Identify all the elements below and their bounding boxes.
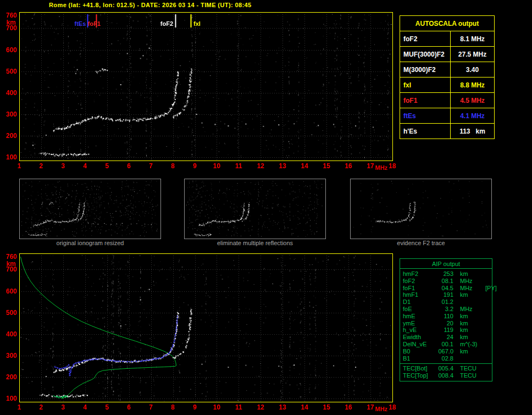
thumbnail-f2-trace — [350, 179, 492, 239]
aip-param: hmF2 — [403, 270, 435, 278]
thumbnail-f2-canvas — [351, 179, 490, 237]
aip-row: TEC[Top]008.4TECU — [400, 372, 492, 379]
table-row: foF14.5 MHz — [400, 93, 495, 108]
aip-value — [484, 372, 489, 379]
thumbnail-original-ionogram — [19, 179, 161, 239]
aip-value — [484, 298, 489, 306]
aip-param: hmF1 — [403, 291, 435, 298]
aip-value: 02.8 — [435, 355, 453, 362]
aip-row: h_vE119km — [400, 327, 492, 334]
aip-value: MHz — [453, 306, 484, 313]
aip-value — [484, 320, 489, 327]
page-title: Rome (lat: +41.8, lon: 012.5) - DATE: 20… — [49, 2, 252, 8]
aip-value: 01.2 — [435, 298, 453, 306]
aip-row: DelN_vE00.1m^(-3) — [400, 341, 492, 348]
autoscala-title: AUTOSCALA output — [400, 16, 495, 31]
aip-param: h_vE — [403, 327, 435, 334]
table-row: h'Es113 km — [400, 124, 495, 139]
main-ionogram-chart — [0, 9, 398, 174]
thumbnail-eliminate-reflections — [184, 179, 326, 239]
param-label: h'Es — [400, 124, 451, 139]
aip-value — [484, 313, 489, 320]
table-row: MUF(3000)F227.5 MHz — [400, 47, 495, 62]
aip-row: B102.8 — [400, 355, 492, 362]
autoscala-table: AUTOSCALA output foF28.1 MHzMUF(3000)F22… — [400, 15, 495, 139]
param-label: foF2 — [400, 31, 451, 47]
aip-param: Ewidth — [403, 334, 435, 341]
param-value: 4.5 MHz — [451, 93, 495, 108]
aip-value: km — [453, 320, 484, 327]
autoscala-screen: { "header": { "title": "Rome (lat: +41.8… — [0, 0, 532, 415]
aip-ionogram-chart — [0, 250, 398, 415]
param-value: 4.1 MHz — [451, 108, 495, 124]
aip-tec-rows: TEC[Bot]005.4TECUTEC[Top]008.4TECU — [400, 363, 492, 381]
aip-value: 20 — [435, 320, 453, 327]
thumbnail-caption: evidence F2 trace — [350, 240, 492, 246]
aip-value — [484, 355, 489, 362]
aip-value: km — [453, 327, 484, 334]
aip-value: 067.0 — [435, 348, 453, 355]
thumbnail-eliminate-canvas — [185, 179, 324, 237]
aip-rows: hmF2253kmfoF208.1MHzfoF104.5MHz[PY]hmF11… — [400, 270, 492, 362]
table-row: foF28.1 MHz — [400, 31, 495, 47]
aip-value — [484, 327, 489, 334]
aip-value: 110 — [435, 313, 453, 320]
aip-value: TECU — [453, 365, 484, 372]
param-label: ftEs — [400, 108, 451, 124]
aip-value: MHz — [453, 278, 484, 285]
aip-param: B1 — [403, 355, 435, 362]
aip-value: 24 — [435, 334, 453, 341]
aip-param: hmE — [403, 313, 435, 320]
aip-value: km — [453, 291, 484, 298]
param-label: MUF(3000)F2 — [400, 47, 451, 62]
thumbnail-caption: eliminate multiple reflections — [184, 240, 326, 246]
aip-value: 08.1 — [435, 278, 453, 285]
aip-value: 008.4 — [435, 372, 453, 379]
aip-row: hmF2253km — [400, 270, 492, 278]
aip-value: km — [453, 348, 484, 355]
aip-row: Ewidth24km — [400, 334, 492, 341]
param-label: fxI — [400, 78, 451, 93]
aip-value: [PY] — [484, 285, 497, 292]
aip-row: hmE110km — [400, 313, 492, 320]
aip-param: foE — [403, 306, 435, 313]
table-row: M(3000)F23.40 — [400, 62, 495, 78]
param-value: 8.8 MHz — [451, 78, 495, 93]
aip-row: hmF1191km — [400, 291, 492, 298]
aip-value: 04.5 — [435, 285, 453, 292]
aip-value: 3.2 — [435, 306, 453, 313]
aip-row: ymE20km — [400, 320, 492, 327]
aip-param: ymE — [403, 320, 435, 327]
aip-value — [453, 298, 484, 306]
aip-param: foF1 — [403, 285, 435, 292]
aip-value — [484, 278, 489, 285]
aip-title: AIP output — [400, 259, 492, 269]
aip-value: km — [453, 334, 484, 341]
aip-value — [453, 355, 484, 362]
param-value: 27.5 MHz — [451, 47, 495, 62]
aip-value: 00.1 — [435, 341, 453, 348]
table-row: ftEs4.1 MHz — [400, 108, 495, 124]
param-label: M(3000)F2 — [400, 62, 451, 78]
aip-value — [484, 341, 489, 348]
aip-row: foE3.2MHz — [400, 306, 492, 313]
aip-row: B0067.0km — [400, 348, 492, 355]
aip-row: TEC[Bot]005.4TECU — [400, 365, 492, 372]
aip-value: 253 — [435, 270, 453, 278]
aip-row: foF208.1MHz — [400, 278, 492, 285]
aip-param: D1 — [403, 298, 435, 306]
aip-param: B0 — [403, 348, 435, 355]
aip-value: m^(-3) — [453, 341, 484, 348]
aip-value: 005.4 — [435, 365, 453, 372]
aip-value — [484, 291, 489, 298]
aip-param: TEC[Top] — [403, 372, 435, 379]
aip-value — [484, 348, 489, 355]
aip-value: km — [453, 313, 484, 320]
aip-value — [484, 334, 489, 341]
thumbnail-original-canvas — [20, 179, 159, 237]
aip-panel: AIP output hmF2253kmfoF208.1MHzfoF104.5M… — [400, 258, 492, 381]
aip-value: 119 — [435, 327, 453, 334]
aip-param: DelN_vE — [403, 341, 435, 348]
aip-value — [484, 306, 489, 313]
aip-value: TECU — [453, 372, 484, 379]
